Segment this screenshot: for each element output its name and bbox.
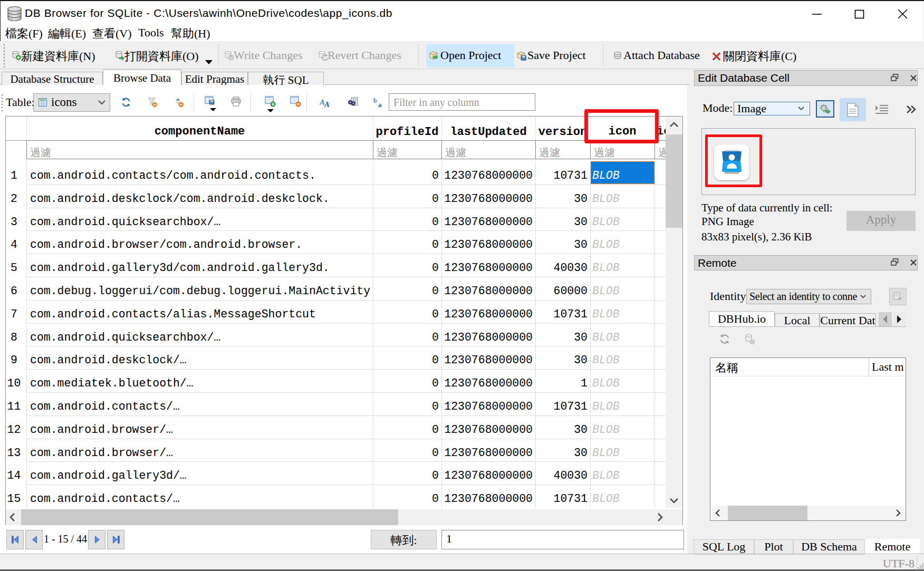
svg-text:A: A: [324, 100, 330, 108]
svg-text:b: b: [373, 97, 377, 104]
svg-text:a: a: [378, 101, 382, 108]
